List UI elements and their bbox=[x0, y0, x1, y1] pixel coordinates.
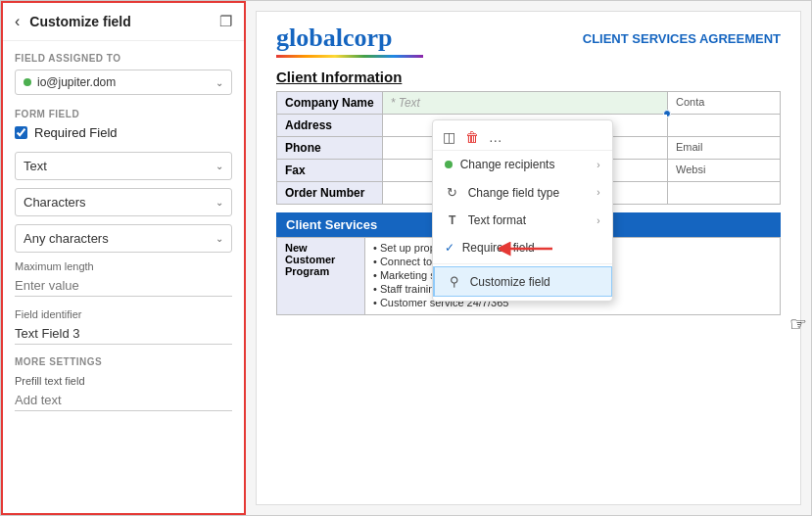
customize-field-item[interactable]: ⚲ Customize field bbox=[433, 266, 612, 297]
field-identifier-group: Field identifier bbox=[15, 308, 232, 345]
text-format-icon: T bbox=[445, 213, 460, 227]
change-field-type-label: Change field type bbox=[468, 186, 559, 200]
menu-divider bbox=[433, 263, 612, 264]
change-recipients-label: Change recipients bbox=[460, 158, 555, 171]
chevron-down-icon: ⌄ bbox=[215, 197, 223, 208]
table-row: Company Name * Text ◫ 🗑 … bbox=[277, 92, 781, 115]
field-identifier-label: Field identifier bbox=[15, 308, 232, 320]
chevron-down-icon: ⌄ bbox=[215, 161, 223, 171]
checkmark-icon: ✓ bbox=[445, 241, 454, 255]
field-assigned-value: io@jupiter.dom bbox=[37, 75, 116, 89]
logo-underline bbox=[276, 55, 423, 58]
agreement-title: CLIENT SERVICES AGREEMENT bbox=[583, 23, 781, 46]
arrow-right-icon: › bbox=[597, 215, 599, 226]
company-name-label: Company Name bbox=[277, 92, 383, 115]
logo-text: globalcorp bbox=[276, 23, 423, 53]
logo-part1: global bbox=[276, 23, 343, 52]
prefill-input[interactable] bbox=[15, 390, 232, 411]
contact-col2 bbox=[667, 115, 780, 137]
grid-icon[interactable]: ◫ bbox=[443, 129, 455, 145]
right-panel: globalcorp CLIENT SERVICES AGREEMENT Cli… bbox=[246, 1, 811, 515]
required-field-label: Required Field bbox=[34, 125, 118, 140]
order-number-label: Order Number bbox=[277, 182, 383, 205]
context-menu-toolbar: ◫ 🗑 … bbox=[433, 124, 612, 151]
chevron-down-icon: ⌄ bbox=[215, 77, 223, 88]
text-field-placeholder: * Text bbox=[391, 96, 420, 110]
change-field-type-item[interactable]: ↻ Change field type › bbox=[433, 178, 612, 207]
any-characters-value: Any characters bbox=[24, 231, 109, 246]
left-panel: ‹ Customize field ❐ FIELD ASSIGNED TO io… bbox=[1, 1, 246, 515]
logo-part2: corp bbox=[343, 23, 393, 52]
arrow-right-icon: › bbox=[597, 187, 599, 198]
more-settings-label: MORE SETTINGS bbox=[15, 356, 232, 367]
refresh-icon: ↻ bbox=[445, 185, 460, 200]
fax-label: Fax bbox=[277, 160, 383, 182]
green-dot-icon bbox=[445, 161, 453, 168]
trash-icon[interactable]: 🗑 bbox=[465, 129, 479, 145]
text-format-item[interactable]: T Text format › bbox=[433, 207, 612, 234]
text-format-label: Text format bbox=[468, 213, 526, 227]
website-col: Websi bbox=[667, 160, 780, 182]
form-field-label: FORM FIELD bbox=[15, 109, 232, 119]
contact-col: Conta bbox=[667, 92, 780, 115]
max-length-group: Maximum length bbox=[15, 260, 232, 297]
chevron-down-icon: ⌄ bbox=[215, 233, 223, 244]
customize-field-label: Customize field bbox=[470, 275, 550, 289]
field-assigned-section: FIELD ASSIGNED TO io@jupiter.dom ⌄ bbox=[15, 53, 232, 95]
cs-title-rest: es bbox=[363, 217, 377, 232]
logo-section: globalcorp bbox=[276, 23, 423, 58]
settings-icon: ⚲ bbox=[447, 274, 462, 289]
address-label: Address bbox=[277, 115, 383, 137]
left-body: FIELD ASSIGNED TO io@jupiter.dom ⌄ FORM … bbox=[3, 41, 244, 513]
max-length-input[interactable] bbox=[15, 275, 232, 297]
back-icon[interactable]: ‹ bbox=[15, 13, 20, 30]
change-recipients-item[interactable]: Change recipients › bbox=[433, 151, 612, 178]
field-assigned-label: FIELD ASSIGNED TO bbox=[15, 53, 232, 64]
arrow-right-icon: › bbox=[597, 160, 599, 170]
phone-label: Phone bbox=[277, 137, 383, 160]
field-identifier-input[interactable] bbox=[15, 323, 232, 345]
required-field-checkbox[interactable] bbox=[15, 126, 27, 139]
prefill-label: Prefill text field bbox=[15, 375, 232, 387]
form-field-section: FORM FIELD Required Field Text ⌄ Charact… bbox=[15, 109, 232, 345]
panel-title: Customize field bbox=[29, 14, 130, 29]
text-dropdown[interactable]: Text ⌄ bbox=[15, 152, 232, 180]
any-characters-dropdown[interactable]: Any characters ⌄ bbox=[15, 224, 232, 253]
company-name-input[interactable]: * Text ◫ 🗑 … bbox=[382, 92, 667, 115]
cursor-hand-icon: ☞ bbox=[789, 312, 807, 336]
more-settings-section: MORE SETTINGS Prefill text field bbox=[15, 356, 232, 411]
more-icon[interactable]: … bbox=[489, 129, 502, 145]
client-info-title: Client Information bbox=[257, 63, 800, 91]
red-arrow bbox=[499, 239, 557, 261]
table-area: Company Name * Text ◫ 🗑 … bbox=[276, 91, 781, 205]
characters-value: Characters bbox=[24, 195, 86, 210]
green-dot bbox=[24, 78, 31, 86]
field-assigned-dropdown[interactable]: io@jupiter.dom ⌄ bbox=[15, 70, 232, 95]
required-field-row: Required Field bbox=[15, 125, 232, 140]
text-value: Text bbox=[24, 159, 47, 173]
max-length-label: Maximum length bbox=[15, 260, 232, 272]
copy-icon[interactable]: ❐ bbox=[219, 13, 232, 30]
email-col: Email bbox=[667, 137, 780, 160]
characters-dropdown[interactable]: Characters ⌄ bbox=[15, 188, 232, 216]
left-header: ‹ Customize field ❐ bbox=[3, 3, 244, 41]
client-info-table: Company Name * Text ◫ 🗑 … bbox=[276, 91, 781, 205]
main-container: ‹ Customize field ❐ FIELD ASSIGNED TO io… bbox=[0, 0, 812, 516]
prefill-group: Prefill text field bbox=[15, 375, 232, 411]
new-customer-label: New CustomerProgram bbox=[277, 238, 365, 315]
context-menu: ◫ 🗑 … Change recipients › bbox=[432, 119, 613, 302]
doc-header: globalcorp CLIENT SERVICES AGREEMENT bbox=[257, 12, 800, 63]
